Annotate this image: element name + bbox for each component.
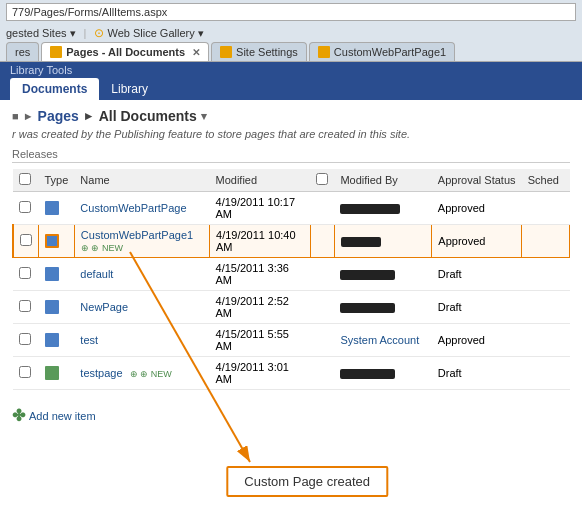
- row6-checkbox[interactable]: [13, 357, 39, 390]
- row5-system-account-link[interactable]: System Account: [340, 334, 419, 346]
- ribbon-tab-documents[interactable]: Documents: [10, 78, 99, 100]
- row3-name: default: [74, 258, 209, 291]
- file-icon-blue: [45, 201, 59, 215]
- row6-sched: [522, 357, 570, 390]
- row5-modifiedby[interactable]: System Account: [334, 324, 431, 357]
- row1-check2: [310, 192, 334, 225]
- tab-site-settings-label: Site Settings: [236, 46, 298, 58]
- th-modified-checkbox[interactable]: [310, 169, 334, 192]
- row2-sched: [522, 225, 570, 258]
- main-wrapper: 779/Pages/Forms/AllItems.aspx gested Sit…: [0, 0, 582, 507]
- inner-content: ■ ► Pages ► All Documents ▾ r was create…: [0, 100, 582, 433]
- row6-approval: Draft: [432, 357, 522, 390]
- file-icon-blue5: [45, 333, 59, 347]
- row4-name-link[interactable]: NewPage: [80, 301, 128, 313]
- tab-res[interactable]: res: [6, 42, 39, 61]
- tab-res-label: res: [15, 46, 30, 58]
- row5-approval: Approved: [432, 324, 522, 357]
- row6-redacted: [340, 369, 395, 379]
- row1-name: CustomWebPartPage: [74, 192, 209, 225]
- th-sched: Sched: [522, 169, 570, 192]
- row1-sched: [522, 192, 570, 225]
- callout-container: Custom Page created: [226, 466, 388, 497]
- row1-name-link[interactable]: CustomWebPartPage: [80, 202, 186, 214]
- row6-type: [39, 357, 75, 390]
- row4-type: [39, 291, 75, 324]
- tab-site-settings[interactable]: Site Settings: [211, 42, 307, 61]
- home-icon: ■: [12, 110, 19, 122]
- callout-text: Custom Page created: [244, 474, 370, 489]
- ribbon-tab-library[interactable]: Library: [99, 78, 160, 100]
- row5-check2: [310, 324, 334, 357]
- row3-checkbox[interactable]: [13, 258, 39, 291]
- tab-custom-webpart-icon: [318, 46, 330, 58]
- add-new-item-container: ✤ Add new item: [12, 398, 570, 425]
- breadcrumb-dropdown[interactable]: ▾: [201, 110, 207, 123]
- tab-pages-all-documents[interactable]: Pages - All Documents ✕: [41, 42, 209, 61]
- row6-check2: [310, 357, 334, 390]
- th-checkbox[interactable]: [13, 169, 39, 192]
- row4-redacted: [340, 303, 395, 313]
- row6-new-badge: ⊕ NEW: [130, 369, 172, 379]
- row3-approval: Draft: [432, 258, 522, 291]
- row4-approval: Draft: [432, 291, 522, 324]
- row5-checkbox[interactable]: [13, 324, 39, 357]
- row3-redacted: [340, 270, 395, 280]
- add-new-item-link[interactable]: ✤ Add new item: [12, 406, 96, 425]
- ribbon: Library Tools Documents Library: [0, 62, 582, 100]
- file-icon-blue4: [45, 300, 59, 314]
- row5-modified: 4/15/2011 5:55 AM: [210, 324, 311, 357]
- th-type: Type: [39, 169, 75, 192]
- bookmarks-row: gested Sites ▾ | ⊙ Web Slice Gallery ▾: [0, 24, 582, 42]
- documents-table: Type Name Modified Modified By Approval …: [12, 169, 570, 390]
- row2-modifiedby: [334, 225, 431, 258]
- row1-modifiedby: [334, 192, 431, 225]
- tab-close-icon[interactable]: ✕: [192, 47, 200, 58]
- row6-name-link[interactable]: testpage: [80, 367, 122, 379]
- table-row: default 4/15/2011 3:36 AM Draft: [13, 258, 570, 291]
- row3-type: [39, 258, 75, 291]
- row3-name-link[interactable]: default: [80, 268, 113, 280]
- row5-name-link[interactable]: test: [80, 334, 98, 346]
- row4-checkbox[interactable]: [13, 291, 39, 324]
- row2-name-link[interactable]: CustomWebPartPage1: [81, 229, 193, 241]
- breadcrumb-root[interactable]: Pages: [38, 108, 79, 124]
- row1-approval: Approved: [432, 192, 522, 225]
- row1-modified: 4/19/2011 10:17 AM: [210, 192, 311, 225]
- ribbon-title: Library Tools: [0, 62, 582, 78]
- content-area: ■ ► Pages ► All Documents ▾ r was create…: [0, 100, 582, 507]
- callout-box: Custom Page created: [226, 466, 388, 497]
- table-row: testpage ⊕ NEW 4/19/2011 3:01 AM Draft: [13, 357, 570, 390]
- row4-modifiedby: [334, 291, 431, 324]
- address-bar[interactable]: 779/Pages/Forms/AllItems.aspx: [6, 3, 576, 21]
- breadcrumb: ■ ► Pages ► All Documents ▾: [12, 108, 570, 124]
- table-row: NewPage 4/19/2011 2:52 AM Draft: [13, 291, 570, 324]
- th-name[interactable]: Name: [74, 169, 209, 192]
- tab-site-settings-icon: [220, 46, 232, 58]
- file-icon-blue3: [45, 267, 59, 281]
- row2-checkbox[interactable]: [13, 225, 39, 258]
- tab-pages-icon: [50, 46, 62, 58]
- row1-type: [39, 192, 75, 225]
- th-modified: Modified: [210, 169, 311, 192]
- th-approval-status: Approval Status: [432, 169, 522, 192]
- row2-type: [39, 225, 75, 258]
- row2-redacted: [341, 237, 381, 247]
- tab-pages-label: Pages - All Documents: [66, 46, 185, 58]
- tab-custom-webpart-label: CustomWebPartPage1: [334, 46, 446, 58]
- row1-redacted: [340, 204, 400, 214]
- section-label: Releases: [12, 148, 570, 163]
- tab-custom-webpart[interactable]: CustomWebPartPage1: [309, 42, 455, 61]
- bookmark-suggested-sites[interactable]: gested Sites ▾: [6, 27, 76, 40]
- row4-sched: [522, 291, 570, 324]
- row1-checkbox[interactable]: [13, 192, 39, 225]
- row3-modified: 4/15/2011 3:36 AM: [210, 258, 311, 291]
- th-modified-by: Modified By: [334, 169, 431, 192]
- row2-check2: [310, 225, 334, 258]
- file-icon-blue2: [45, 234, 59, 248]
- row2-new-badge: ⊕ NEW: [81, 243, 123, 253]
- tabs-row: res Pages - All Documents ✕ Site Setting…: [0, 42, 582, 61]
- row2-modified: 4/19/2011 10:40 AM: [210, 225, 311, 258]
- bookmark-web-slice[interactable]: ⊙ Web Slice Gallery ▾: [94, 26, 203, 40]
- row5-name: test: [74, 324, 209, 357]
